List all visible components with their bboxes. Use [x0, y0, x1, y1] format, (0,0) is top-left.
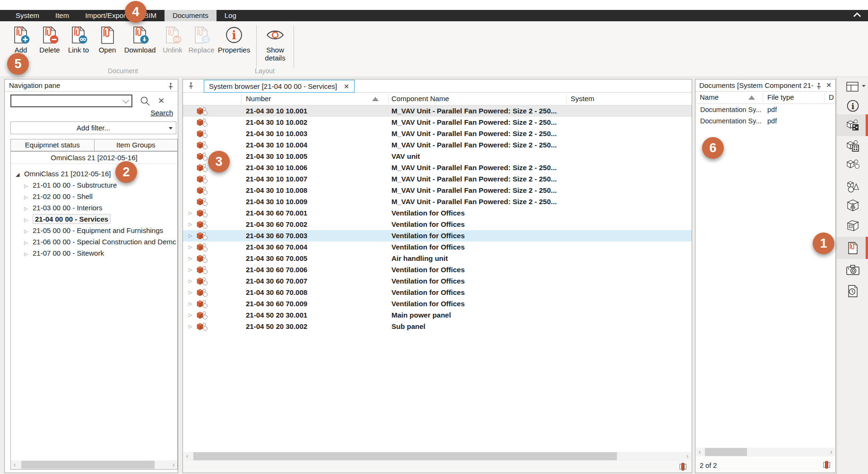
system-matrix-panel-button[interactable] [837, 138, 868, 155]
menu-documents[interactable]: Documents [165, 10, 217, 21]
pin-icon[interactable] [816, 82, 822, 89]
show-details-button[interactable]: Show details [262, 24, 288, 68]
scroll-right-icon[interactable]: › [684, 452, 691, 461]
table-row[interactable]: ▷ 21-04 30 10 10.005 VAV unit [183, 151, 692, 162]
table-row[interactable]: ▷ 21-04 30 10 10.001 M_VAV Unit - Parall… [183, 105, 692, 117]
table-row[interactable]: ▷ 21-04 30 10 10.009 M_VAV Unit - Parall… [183, 196, 692, 207]
row-expand-icon[interactable]: ▷ [189, 241, 195, 253]
table-row[interactable]: ▷ 21-04 30 60 70.001 Ventilation for Off… [183, 207, 692, 219]
column-component-name[interactable]: Component Name [391, 95, 449, 103]
pin-icon[interactable] [167, 82, 174, 89]
tree-item[interactable]: 21-03 00 00 - Interiors [11, 202, 177, 214]
scroll-thumb[interactable] [21, 461, 155, 469]
table-row[interactable]: ▷ 21-04 30 60 70.004 Ventilation for Off… [183, 241, 692, 253]
scroll-track[interactable] [191, 452, 684, 461]
scroll-thumb[interactable] [705, 448, 747, 456]
table-row[interactable]: ▷ 21-04 30 10 10.002 M_VAV Unit - Parall… [183, 117, 692, 128]
menu-system[interactable]: System [8, 10, 47, 21]
table-row[interactable]: ▷ 21-04 30 60 70.009 Ventilation for Off… [183, 298, 692, 310]
chevron-down-icon[interactable] [122, 96, 129, 103]
row-expand-icon[interactable]: ▷ [189, 264, 195, 276]
pane-layout-button[interactable] [837, 79, 868, 95]
table-row[interactable]: ▷ 21-04 30 60 70.005 Air handling unit [183, 253, 692, 264]
scroll-right-icon[interactable]: › [170, 460, 177, 469]
column-divider[interactable] [241, 94, 242, 103]
table-row[interactable]: ▷ 21-04 30 60 70.007 Ventilation for Off… [183, 276, 692, 287]
column-divider[interactable] [388, 94, 389, 103]
column-divider[interactable] [824, 93, 825, 102]
package-panel-button[interactable] [837, 216, 868, 234]
close-icon[interactable]: ✕ [344, 83, 349, 90]
table-row[interactable]: ▷ 21-04 30 60 70.008 Ventilation for Off… [183, 287, 692, 298]
menu-log[interactable]: Log [217, 10, 244, 21]
clear-search-icon[interactable]: ✕ [158, 96, 165, 106]
close-icon[interactable]: ✕ [826, 79, 832, 91]
column-number[interactable]: Number [246, 95, 271, 103]
scroll-left-icon[interactable]: ‹ [11, 460, 18, 469]
table-row[interactable]: ▷ 21-04 30 10 10.003 M_VAV Unit - Parall… [183, 128, 692, 139]
tree-expander-icon[interactable] [16, 169, 24, 181]
column-chooser-icon[interactable] [679, 463, 686, 471]
scroll-track[interactable] [18, 460, 170, 469]
column-file-type[interactable]: File type [767, 93, 794, 101]
scroll-right-icon[interactable]: › [827, 448, 835, 457]
row-expand-icon[interactable]: ▷ [189, 253, 195, 264]
system-network-panel-button[interactable] [837, 156, 868, 173]
tree-expander-icon[interactable] [24, 181, 33, 192]
table-row[interactable]: ▷ 21-04 50 20 30.001 Main power panel [183, 310, 692, 321]
scroll-left-icon[interactable]: ‹ [696, 448, 703, 457]
table-row[interactable]: ▷ 21-04 30 60 70.006 Ventilation for Off… [183, 264, 692, 276]
column-system[interactable]: System [571, 95, 594, 103]
tree-item[interactable]: 21-06 00 00 - Special Construction and D… [11, 236, 177, 248]
browser-horizontal-scrollbar[interactable]: ‹ › [183, 452, 691, 461]
table-row[interactable]: ▷ 21-04 30 10 10.008 M_VAV Unit - Parall… [183, 185, 692, 196]
row-expand-icon[interactable]: ▷ [189, 287, 195, 298]
documents-panel-button[interactable] [837, 237, 868, 259]
tree-expander-icon[interactable] [24, 249, 33, 260]
column-divider[interactable] [763, 93, 763, 102]
table-row[interactable]: ▷ 21-04 30 10 10.007 M_VAV Unit - Parall… [183, 173, 692, 185]
menu-item[interactable]: Item [47, 10, 77, 21]
scroll-thumb[interactable] [193, 452, 617, 460]
column-d-clipped[interactable]: D [829, 93, 834, 101]
row-expand-icon[interactable]: ▷ [189, 321, 195, 332]
row-expand-icon[interactable]: ▷ [189, 219, 195, 230]
unlink-button[interactable]: Unlink [159, 24, 186, 68]
tree-expander-icon[interactable] [24, 226, 33, 237]
pin-icon[interactable] [188, 82, 194, 90]
row-expand-icon[interactable]: ▷ [189, 230, 195, 241]
tree-item[interactable]: 21-07 00 00 - Sitework [11, 248, 177, 259]
download-button[interactable]: Download [123, 24, 157, 68]
row-expand-icon[interactable]: ▷ [189, 298, 195, 310]
tree-item[interactable]: 21-01 00 00 - Substructure [11, 180, 177, 191]
tree-expander-icon[interactable] [24, 215, 33, 226]
chevron-up-icon[interactable] [853, 12, 861, 19]
column-chooser-icon[interactable] [823, 461, 830, 469]
tree-item[interactable]: 21-05 00 00 - Equipment and Furnishings [11, 225, 177, 236]
table-row[interactable]: ▷ 21-04 30 10 10.004 M_VAV Unit - Parall… [183, 139, 692, 151]
photos-panel-button[interactable] [837, 261, 868, 278]
replace-button[interactable]: Replace [188, 24, 215, 68]
link-to-button[interactable]: Link to [65, 24, 92, 68]
open-button[interactable]: Open [94, 24, 121, 68]
row-expand-icon[interactable]: ▷ [189, 207, 195, 219]
system-structure-panel-button[interactable] [837, 114, 868, 136]
table-row[interactable]: ▷ 21-04 30 60 70.002 Ventilation for Off… [183, 219, 692, 230]
nav-horizontal-scrollbar[interactable]: ‹ › [11, 460, 177, 469]
delete-button[interactable]: Delete [36, 24, 63, 68]
tab-equipment-status[interactable]: Equipmnet status [10, 139, 95, 151]
column-name[interactable]: Name [700, 93, 719, 101]
search-icon[interactable] [140, 96, 150, 106]
model-3d-panel-button[interactable] [837, 197, 868, 214]
row-expand-icon[interactable]: ▷ [189, 276, 195, 287]
search-link[interactable]: Search [150, 109, 173, 117]
history-panel-button[interactable] [837, 282, 868, 300]
tree-expander-icon[interactable] [24, 192, 33, 203]
tab-system-browser[interactable]: System browser [21-04 00 00 - Services] … [204, 80, 355, 93]
system-geometry-panel-button[interactable] [837, 177, 868, 196]
column-divider[interactable] [566, 94, 567, 103]
tree-item[interactable]: 21-04 00 00 - Services [11, 214, 177, 225]
scroll-track[interactable] [703, 448, 827, 457]
document-row[interactable]: Documentation Sy... pdf [695, 115, 835, 127]
documents-horizontal-scrollbar[interactable]: ‹ › [696, 448, 835, 457]
